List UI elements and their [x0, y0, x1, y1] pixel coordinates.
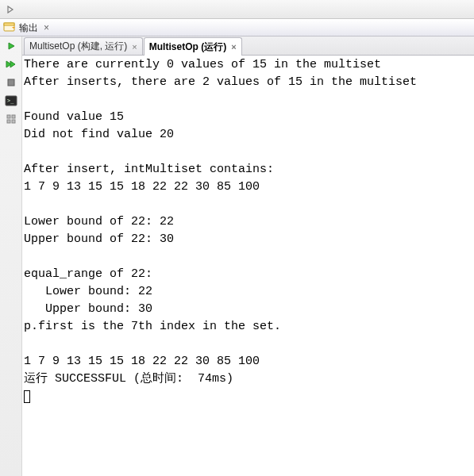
tab-label: MultisetOp (构建, 运行) [29, 40, 127, 53]
toolbar-play-arrow[interactable] [3, 2, 17, 17]
tab-close-icon[interactable]: × [132, 42, 137, 52]
svg-rect-2 [8, 79, 14, 86]
svg-rect-8 [12, 120, 15, 123]
content-column: MultisetOp (构建, 运行) × MultisetOp (运行) × … [22, 36, 474, 476]
svg-rect-7 [7, 120, 10, 123]
tab-close-icon[interactable]: × [231, 42, 236, 52]
stop-button[interactable] [2, 75, 20, 90]
output-panel-close[interactable]: × [44, 22, 49, 33]
terminal-button[interactable]: >_ [2, 93, 20, 109]
tab-run[interactable]: MultisetOp (运行) × [144, 37, 242, 56]
output-icon [3, 21, 16, 35]
top-toolbar [0, 0, 474, 19]
text-cursor [24, 390, 30, 403]
body-area: >_ MultisetOp (构建, 运行) × MultisetOp (运行)… [0, 36, 474, 476]
left-gutter: >_ [0, 36, 22, 476]
rerun-all-button[interactable] [2, 56, 20, 72]
svg-rect-5 [7, 115, 10, 118]
rerun-button[interactable] [2, 38, 20, 54]
tab-label: MultisetOp (运行) [149, 40, 226, 54]
output-tabs: MultisetOp (构建, 运行) × MultisetOp (运行) × [22, 36, 474, 56]
svg-rect-6 [12, 115, 15, 118]
tab-build-run[interactable]: MultisetOp (构建, 运行) × [24, 37, 143, 55]
svg-text:>_: >_ [7, 98, 14, 104]
output-panel-header: 输出 × [0, 19, 474, 36]
console-output[interactable]: There are currently 0 values of 15 in th… [22, 56, 474, 476]
output-panel-title: 输出 [19, 21, 38, 35]
svg-rect-1 [4, 23, 14, 25]
settings-button[interactable] [2, 111, 20, 127]
